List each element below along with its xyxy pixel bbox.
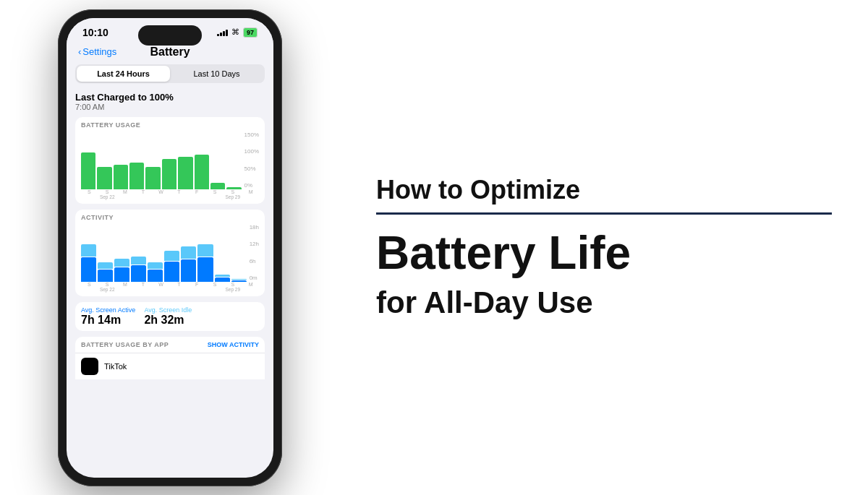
- y-label-18h: 18h: [250, 224, 259, 231]
- activity-bar-group: [81, 224, 96, 282]
- signal-bar-4: [226, 30, 228, 36]
- battery-bar-group: [145, 132, 160, 189]
- x-day-label: S: [88, 282, 91, 292]
- x-day-label: M: [123, 189, 127, 199]
- x-day-label: F: [195, 282, 198, 292]
- x-date-label: Sep 22: [100, 287, 115, 292]
- x-date-label: Sep 29: [225, 287, 240, 292]
- x-day-label: S: [231, 189, 234, 194]
- signal-bar-3: [223, 31, 225, 36]
- segment-10d[interactable]: Last 10 Days: [170, 66, 263, 82]
- battery-bar-group: [178, 132, 192, 189]
- segment-24h[interactable]: Last 24 Hours: [77, 66, 170, 82]
- x-col: F: [189, 189, 205, 199]
- battery-bar: [178, 157, 192, 189]
- x-col: S: [81, 189, 98, 199]
- x-day-label: W: [158, 282, 163, 292]
- y-axis: 150% 100% 50% 0%: [242, 132, 259, 189]
- show-activity-button[interactable]: SHOW ACTIVITY: [208, 341, 259, 348]
- status-icons: ⌘ 97: [217, 27, 258, 38]
- by-app-title: BATTERY USAGE BY APP: [81, 341, 169, 348]
- y-label-12h: 12h: [250, 241, 259, 247]
- screen-active-stat: Avg. Screen Active 7h 14m: [81, 306, 135, 327]
- battery-usage-chart: BATTERY USAGE 150% 100% 50% 0% SSS: [75, 117, 265, 204]
- battery-bar: [114, 165, 128, 189]
- by-app-header: BATTERY USAGE BY APP SHOW ACTIVITY: [75, 337, 265, 353]
- x-col: SSep 29: [224, 189, 241, 199]
- phone-screen: 10:10 ⌘ 97 ‹ Settings: [67, 18, 273, 478]
- battery-bar-group: [210, 132, 225, 189]
- x-col: M: [117, 282, 134, 292]
- battery-bar-group: [162, 132, 176, 189]
- x-day-label: S: [106, 189, 109, 194]
- signal-bar-2: [220, 33, 222, 36]
- battery-bar: [145, 167, 160, 189]
- battery-bar: [129, 163, 144, 189]
- activity-label: ACTIVITY: [81, 214, 259, 221]
- x-day-label: S: [213, 189, 217, 199]
- screen-content: Last 24 Hours Last 10 Days Last Charged …: [67, 64, 273, 379]
- x-col: M: [242, 282, 259, 292]
- wifi-icon: ⌘: [231, 27, 239, 37]
- back-chevron: ‹: [78, 46, 81, 57]
- activity-bar-light: [114, 259, 129, 267]
- x-day-label: T: [177, 189, 180, 199]
- back-button[interactable]: ‹ Settings: [78, 46, 116, 57]
- x-day-label: M: [123, 282, 127, 292]
- activity-bar-light: [164, 251, 179, 261]
- x-col: SSep 22: [99, 282, 116, 292]
- activity-bar-dark: [231, 280, 247, 282]
- battery-bar: [226, 187, 241, 189]
- status-time: 10:10: [82, 27, 109, 38]
- activity-bar-dark: [81, 257, 96, 282]
- x-day-label: T: [177, 282, 180, 292]
- y-label-6h: 6h: [250, 258, 259, 264]
- segment-control[interactable]: Last 24 Hours Last 10 Days: [75, 64, 265, 83]
- x-col: M: [242, 189, 259, 199]
- activity-bar-light: [81, 244, 96, 257]
- activity-bar-light: [197, 244, 213, 257]
- battery-usage-label: BATTERY USAGE: [81, 121, 259, 129]
- battery-bar-group: [226, 132, 241, 189]
- x-day-label: T: [142, 282, 145, 292]
- activity-bar-light: [231, 279, 247, 280]
- bars-container: [81, 132, 242, 189]
- y-label-0m: 0m: [250, 275, 259, 281]
- x-date-label: Sep 22: [100, 194, 115, 199]
- article-headline-sub: How to Optimize: [376, 175, 832, 205]
- x-col: F: [189, 282, 205, 292]
- y-label-0: 0%: [244, 182, 259, 189]
- dynamic-island: [138, 25, 202, 46]
- battery-bar: [162, 159, 176, 189]
- battery-bar: [210, 183, 225, 189]
- activity-bar-dark: [148, 270, 163, 282]
- battery-bar-group: [195, 132, 209, 189]
- x-col: SSep 22: [99, 189, 116, 199]
- activity-bar-group: [131, 224, 146, 282]
- tiktok-icon: [81, 358, 98, 375]
- x-col: S: [207, 189, 224, 199]
- signal-bar-1: [217, 34, 219, 36]
- x-day-label: F: [195, 189, 198, 199]
- activity-stats: Avg. Screen Active 7h 14m Avg. Screen Id…: [75, 302, 265, 331]
- battery-bar-group: [97, 132, 111, 189]
- battery-bar-group: [114, 132, 128, 189]
- screen-active-label: Avg. Screen Active: [81, 306, 135, 314]
- activity-bars-area: 18h 12h 6h 0m: [81, 224, 259, 282]
- nav-title: Battery: [150, 46, 190, 59]
- x-day-label: W: [158, 189, 163, 199]
- activity-chart: ACTIVITY 18h 12h 6h 0m SSSep 22MTWTFSSSe…: [75, 210, 265, 296]
- activity-bar-group: [98, 224, 113, 282]
- battery-bar: [195, 155, 209, 189]
- activity-bar-group: [215, 224, 230, 282]
- y-label-50: 50%: [244, 165, 259, 172]
- left-panel: 10:10 ⌘ 97 ‹ Settings: [0, 0, 340, 495]
- last-charged-title: Last Charged to 100%: [75, 92, 265, 103]
- x-day-label: S: [88, 189, 91, 199]
- right-panel: How to Optimize Battery Life for All-Day…: [340, 0, 868, 495]
- activity-bar-group: [181, 224, 196, 282]
- x-col: T: [171, 189, 187, 199]
- last-charged-info: Last Charged to 100% 7:00 AM: [75, 92, 265, 111]
- screen-idle-label: Avg. Screen Idle: [144, 306, 192, 314]
- article-headline-sub2: for All-Day Use: [376, 285, 832, 320]
